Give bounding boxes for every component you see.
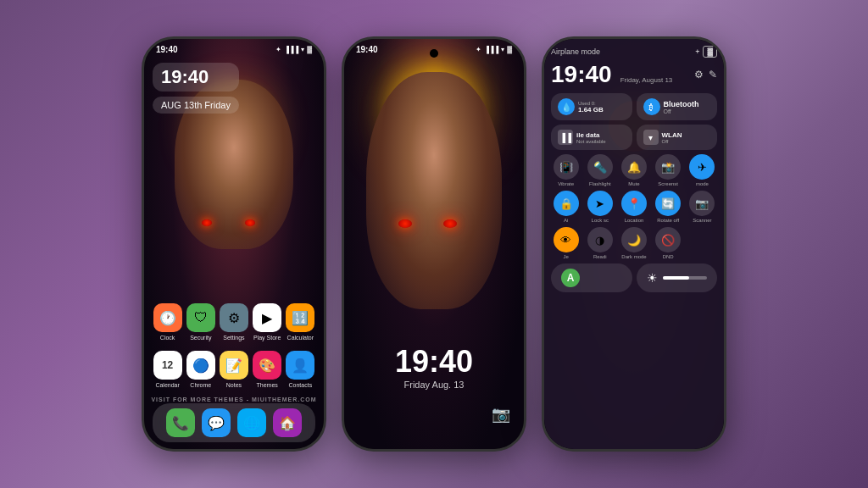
dock-phone[interactable]: 📞 (166, 408, 195, 437)
mobile-data-icon: ▐▐ (558, 130, 573, 145)
date-widget: AUG 13th Friday (153, 97, 239, 114)
bluetooth-icon-1: ✦ (275, 46, 281, 53)
cc-bluetooth-card[interactable]: ₿ Bluetooth Off (637, 93, 718, 120)
lockscreen-label: Lock sc (592, 218, 609, 223)
dock-messages[interactable]: 💬 (202, 408, 231, 437)
rotate-label: Rotate off (657, 218, 679, 223)
cc-btn-rotate[interactable]: 🔄 Rotate off (654, 191, 683, 223)
cc-btn-screenshot[interactable]: 📸 Screenst (654, 154, 683, 186)
app-chrome[interactable]: 🔵 Chrome (186, 351, 216, 388)
cc-btn-darkmode[interactable]: 🌙 Dark mode (619, 227, 648, 259)
app-calculator[interactable]: 🔢 Calculator (285, 303, 315, 341)
app-clock[interactable]: 🕐 Clock (153, 303, 183, 341)
app-chrome-label: Chrome (190, 382, 211, 388)
cc-wlan-card[interactable]: ▾ WLAN Off (637, 125, 718, 150)
ai-label: Ai (564, 218, 568, 223)
cc-data-card[interactable]: 💧 Used 0: 1.64 GB (551, 93, 632, 120)
app-settings[interactable]: ⚙ Settings (219, 303, 249, 341)
scanner-icon: 📷 (689, 191, 715, 216)
cc-mobile-data-card[interactable]: ▐▐ ile data Not available (551, 125, 632, 150)
screenshot-icon: 📸 (655, 154, 681, 180)
lock-date: Friday Aug. 13 (344, 380, 524, 390)
search-a-icon: A (561, 269, 580, 287)
cc-btn-ai[interactable]: 🔒 Ai (551, 191, 581, 223)
cc-btn-airplane[interactable]: ✈ mode (687, 154, 717, 186)
cc-btn-vibrate[interactable]: 📳 Vibrate (551, 154, 581, 186)
cc-time: 19:40 (551, 61, 612, 88)
app-playstore-label: Play Store (253, 335, 281, 341)
app-playstore[interactable]: ▶ Play Store (252, 303, 282, 341)
gear-icon-cc[interactable]: ⚙ (694, 69, 704, 80)
flashlight-label: Flashlight (589, 181, 611, 186)
app-calendar-label: Calendar (155, 382, 179, 388)
lock-time: 19:40 (344, 344, 524, 380)
app-settings-icon: ⚙ (220, 303, 248, 332)
je-icon: 👁 (554, 227, 579, 252)
cc-airplane-label: Airplane mode (551, 47, 600, 56)
ai-icon: 🔒 (554, 191, 579, 216)
cc-btn-location[interactable]: 📍 Location (619, 191, 648, 223)
cc-wlan-label: WLAN (662, 131, 682, 139)
time-widget: 19:40 (153, 63, 239, 92)
cc-btn-reading[interactable]: ◑ Readi (585, 227, 615, 259)
cc-time-row: 19:40 Friday, August 13 ⚙ ✎ (551, 61, 717, 88)
reading-label: Readi (593, 254, 607, 259)
app-calculator-label: Calculator (287, 335, 314, 341)
cc-btn-je[interactable]: 👁 Je (551, 227, 581, 259)
app-row-1: 🕐 Clock 🛡 Security ⚙ Settings ▶ Play Sto… (151, 303, 317, 341)
cc-mobile-label: ile data (576, 131, 606, 139)
phone-2-screen: 19:40 ✦ ▐▐▐ ▾ ▓ 19:40 Friday Aug. 13 📷 (344, 39, 524, 449)
app-grid: 🕐 Clock 🛡 Security ⚙ Settings ▶ Play Sto… (144, 303, 324, 398)
cc-search-bar[interactable]: A (551, 263, 632, 292)
screenshot-label: Screenst (658, 181, 678, 186)
cc-battery-top: ▓ (703, 46, 717, 58)
wifi-icon-2: ▾ (501, 46, 504, 53)
battery-icon-1: ▓ (307, 46, 312, 53)
cc-date-col: Friday, August 13 (617, 76, 673, 84)
app-security[interactable]: 🛡 Security (186, 303, 216, 341)
app-security-icon: 🛡 (186, 303, 215, 332)
cc-btn-flashlight[interactable]: 🔦 Flashlight (585, 154, 615, 186)
face-2 (366, 72, 502, 309)
cc-btn-scanner[interactable]: 📷 Scanner (687, 191, 717, 223)
eye-left-1 (202, 219, 212, 226)
lock-camera-icon[interactable]: 📷 (492, 405, 510, 424)
eye-right-1 (245, 219, 255, 226)
app-playstore-icon: ▶ (253, 303, 281, 332)
status-time-2: 19:40 (356, 45, 378, 54)
app-notes[interactable]: 📝 Notes (219, 351, 249, 388)
cc-buttons-grid: 📳 Vibrate 🔦 Flashlight 🔔 Mute 📸 Screenst… (551, 154, 717, 259)
dock-home[interactable]: 🏠 (273, 408, 302, 437)
date-display: AUG 13th Friday (161, 100, 231, 110)
cc-bt-status: Off (664, 108, 699, 114)
brightness-track (663, 276, 708, 280)
airplane-label: mode (696, 181, 709, 186)
mute-icon: 🔔 (621, 154, 647, 180)
app-settings-label: Settings (223, 335, 244, 341)
watermark: VISIT FOR MORE THEMES - MIUITHEMER.COM (144, 396, 324, 402)
sig-icon-2: ▐▐▐ (484, 46, 498, 53)
app-notes-label: Notes (226, 382, 242, 388)
phone-1-screen: 19:40 ✦ ▐▐▐ ▾ ▓ 19:40 AUG 13th Friday 🕐 … (144, 39, 324, 449)
brightness-icon: ☀ (647, 271, 658, 285)
cc-brightness-bar[interactable]: ☀ (637, 263, 718, 292)
bt-icon-2: ✦ (476, 46, 481, 53)
status-icons-2: ✦ ▐▐▐ ▾ ▓ (476, 46, 512, 53)
app-themes[interactable]: 🎨 Themes (252, 351, 282, 388)
cc-btn-mute[interactable]: 🔔 Mute (619, 154, 648, 186)
app-notes-icon: 📝 (220, 351, 248, 380)
cc-mobile-status: Not available (576, 139, 606, 144)
vibrate-icon: 📳 (554, 154, 579, 180)
mute-label: Mute (628, 181, 639, 186)
cc-btn-lockscreen[interactable]: ➤ Lock sc (585, 191, 615, 223)
cc-btn-dnd[interactable]: 🚫 DND (654, 227, 683, 259)
batt-icon-2: ▓ (507, 46, 512, 53)
cc-plus-icon: + (695, 47, 699, 56)
dock-browser[interactable]: 🌐 (237, 408, 266, 437)
app-calendar[interactable]: 12 Calendar (153, 351, 183, 388)
edit-icon-cc[interactable]: ✎ (709, 69, 717, 80)
reading-icon: ◑ (587, 227, 613, 252)
cc-cards: 💧 Used 0: 1.64 GB ₿ Bluetooth Off (551, 93, 717, 120)
app-contacts[interactable]: 👤 Contacts (285, 351, 315, 388)
app-chrome-icon: 🔵 (186, 351, 215, 380)
